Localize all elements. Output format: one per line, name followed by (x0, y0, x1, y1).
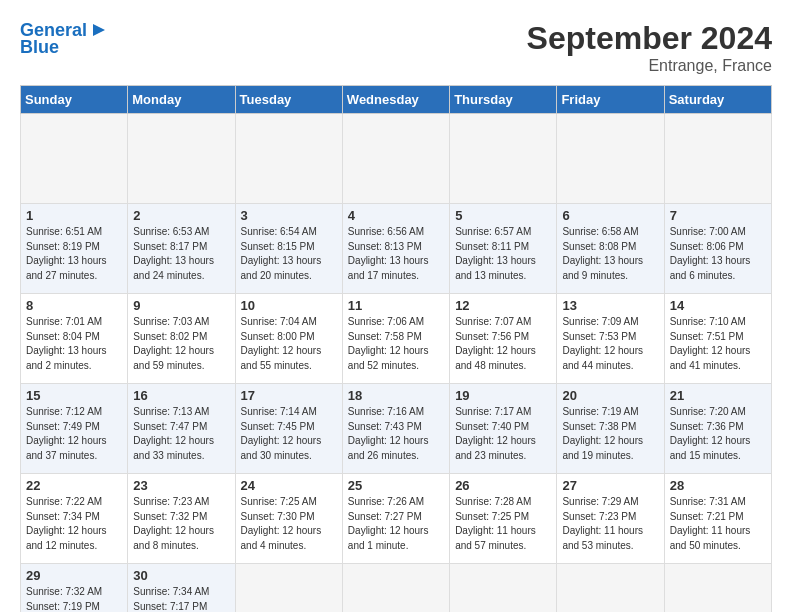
sunset-text: Sunset: 7:23 PM (562, 511, 636, 522)
sunset-text: Sunset: 7:38 PM (562, 421, 636, 432)
sunset-text: Sunset: 8:00 PM (241, 331, 315, 342)
sunrise-text: Sunrise: 7:29 AM (562, 496, 638, 507)
daylight-text: Daylight: 13 hours and 17 minutes. (348, 255, 429, 281)
calendar-day-cell: 3Sunrise: 6:54 AMSunset: 8:15 PMDaylight… (235, 204, 342, 294)
day-number: 6 (562, 208, 658, 223)
calendar-empty-cell (664, 114, 771, 204)
title-block: September 2024 Entrange, France (527, 20, 772, 75)
calendar-day-cell: 14Sunrise: 7:10 AMSunset: 7:51 PMDayligh… (664, 294, 771, 384)
day-info: Sunrise: 7:04 AMSunset: 8:00 PMDaylight:… (241, 315, 337, 373)
calendar-day-cell: 4Sunrise: 6:56 AMSunset: 8:13 PMDaylight… (342, 204, 449, 294)
daylight-text: Daylight: 12 hours and 30 minutes. (241, 435, 322, 461)
weekday-header-saturday: Saturday (664, 86, 771, 114)
sunrise-text: Sunrise: 7:23 AM (133, 496, 209, 507)
calendar-day-cell: 26Sunrise: 7:28 AMSunset: 7:25 PMDayligh… (450, 474, 557, 564)
calendar-day-cell: 25Sunrise: 7:26 AMSunset: 7:27 PMDayligh… (342, 474, 449, 564)
day-number: 29 (26, 568, 122, 583)
calendar-day-cell: 8Sunrise: 7:01 AMSunset: 8:04 PMDaylight… (21, 294, 128, 384)
day-number: 11 (348, 298, 444, 313)
day-info: Sunrise: 7:23 AMSunset: 7:32 PMDaylight:… (133, 495, 229, 553)
calendar-empty-cell (557, 564, 664, 613)
daylight-text: Daylight: 13 hours and 24 minutes. (133, 255, 214, 281)
sunrise-text: Sunrise: 7:31 AM (670, 496, 746, 507)
sunset-text: Sunset: 8:11 PM (455, 241, 529, 252)
sunset-text: Sunset: 7:53 PM (562, 331, 636, 342)
day-info: Sunrise: 6:53 AMSunset: 8:17 PMDaylight:… (133, 225, 229, 283)
day-info: Sunrise: 7:00 AMSunset: 8:06 PMDaylight:… (670, 225, 766, 283)
daylight-text: Daylight: 12 hours and 12 minutes. (26, 525, 107, 551)
day-number: 28 (670, 478, 766, 493)
day-number: 19 (455, 388, 551, 403)
sunset-text: Sunset: 7:19 PM (26, 601, 100, 612)
calendar-day-cell: 22Sunrise: 7:22 AMSunset: 7:34 PMDayligh… (21, 474, 128, 564)
daylight-text: Daylight: 12 hours and 48 minutes. (455, 345, 536, 371)
calendar-day-cell: 12Sunrise: 7:07 AMSunset: 7:56 PMDayligh… (450, 294, 557, 384)
daylight-text: Daylight: 12 hours and 41 minutes. (670, 345, 751, 371)
sunset-text: Sunset: 8:17 PM (133, 241, 207, 252)
day-number: 15 (26, 388, 122, 403)
day-info: Sunrise: 7:26 AMSunset: 7:27 PMDaylight:… (348, 495, 444, 553)
sunrise-text: Sunrise: 7:12 AM (26, 406, 102, 417)
daylight-text: Daylight: 12 hours and 23 minutes. (455, 435, 536, 461)
weekday-header-thursday: Thursday (450, 86, 557, 114)
sunrise-text: Sunrise: 7:01 AM (26, 316, 102, 327)
day-number: 22 (26, 478, 122, 493)
calendar-day-cell: 16Sunrise: 7:13 AMSunset: 7:47 PMDayligh… (128, 384, 235, 474)
day-info: Sunrise: 7:20 AMSunset: 7:36 PMDaylight:… (670, 405, 766, 463)
sunrise-text: Sunrise: 7:17 AM (455, 406, 531, 417)
day-number: 16 (133, 388, 229, 403)
day-number: 30 (133, 568, 229, 583)
day-number: 4 (348, 208, 444, 223)
calendar-day-cell: 24Sunrise: 7:25 AMSunset: 7:30 PMDayligh… (235, 474, 342, 564)
sunset-text: Sunset: 7:32 PM (133, 511, 207, 522)
day-number: 24 (241, 478, 337, 493)
sunrise-text: Sunrise: 6:53 AM (133, 226, 209, 237)
sunrise-text: Sunrise: 7:25 AM (241, 496, 317, 507)
sunrise-text: Sunrise: 7:10 AM (670, 316, 746, 327)
calendar-week-row (21, 114, 772, 204)
sunrise-text: Sunrise: 7:32 AM (26, 586, 102, 597)
sunset-text: Sunset: 7:43 PM (348, 421, 422, 432)
weekday-header-monday: Monday (128, 86, 235, 114)
calendar-day-cell: 2Sunrise: 6:53 AMSunset: 8:17 PMDaylight… (128, 204, 235, 294)
day-info: Sunrise: 6:57 AMSunset: 8:11 PMDaylight:… (455, 225, 551, 283)
day-info: Sunrise: 7:19 AMSunset: 7:38 PMDaylight:… (562, 405, 658, 463)
calendar-day-cell: 27Sunrise: 7:29 AMSunset: 7:23 PMDayligh… (557, 474, 664, 564)
day-info: Sunrise: 7:34 AMSunset: 7:17 PMDaylight:… (133, 585, 229, 612)
sunset-text: Sunset: 7:36 PM (670, 421, 744, 432)
daylight-text: Daylight: 12 hours and 19 minutes. (562, 435, 643, 461)
calendar-day-cell: 29Sunrise: 7:32 AMSunset: 7:19 PMDayligh… (21, 564, 128, 613)
calendar-day-cell: 23Sunrise: 7:23 AMSunset: 7:32 PMDayligh… (128, 474, 235, 564)
logo-blue-text: Blue (20, 37, 59, 58)
day-info: Sunrise: 7:28 AMSunset: 7:25 PMDaylight:… (455, 495, 551, 553)
calendar-empty-cell (450, 114, 557, 204)
sunset-text: Sunset: 7:25 PM (455, 511, 529, 522)
calendar-empty-cell (450, 564, 557, 613)
calendar-week-row: 22Sunrise: 7:22 AMSunset: 7:34 PMDayligh… (21, 474, 772, 564)
month-title: September 2024 (527, 20, 772, 57)
sunset-text: Sunset: 8:08 PM (562, 241, 636, 252)
sunset-text: Sunset: 7:40 PM (455, 421, 529, 432)
daylight-text: Daylight: 13 hours and 6 minutes. (670, 255, 751, 281)
logo-arrow-icon (89, 20, 109, 40)
day-number: 3 (241, 208, 337, 223)
sunset-text: Sunset: 7:34 PM (26, 511, 100, 522)
sunrise-text: Sunrise: 7:16 AM (348, 406, 424, 417)
day-info: Sunrise: 6:51 AMSunset: 8:19 PMDaylight:… (26, 225, 122, 283)
weekday-header-wednesday: Wednesday (342, 86, 449, 114)
sunset-text: Sunset: 7:49 PM (26, 421, 100, 432)
daylight-text: Daylight: 12 hours and 4 minutes. (241, 525, 322, 551)
daylight-text: Daylight: 11 hours and 50 minutes. (670, 525, 751, 551)
location-subtitle: Entrange, France (527, 57, 772, 75)
sunset-text: Sunset: 7:47 PM (133, 421, 207, 432)
sunset-text: Sunset: 7:21 PM (670, 511, 744, 522)
daylight-text: Daylight: 13 hours and 20 minutes. (241, 255, 322, 281)
daylight-text: Daylight: 13 hours and 2 minutes. (26, 345, 107, 371)
daylight-text: Daylight: 13 hours and 9 minutes. (562, 255, 643, 281)
sunrise-text: Sunrise: 7:22 AM (26, 496, 102, 507)
sunrise-text: Sunrise: 7:13 AM (133, 406, 209, 417)
calendar-day-cell: 21Sunrise: 7:20 AMSunset: 7:36 PMDayligh… (664, 384, 771, 474)
calendar-week-row: 8Sunrise: 7:01 AMSunset: 8:04 PMDaylight… (21, 294, 772, 384)
day-info: Sunrise: 7:13 AMSunset: 7:47 PMDaylight:… (133, 405, 229, 463)
day-number: 17 (241, 388, 337, 403)
